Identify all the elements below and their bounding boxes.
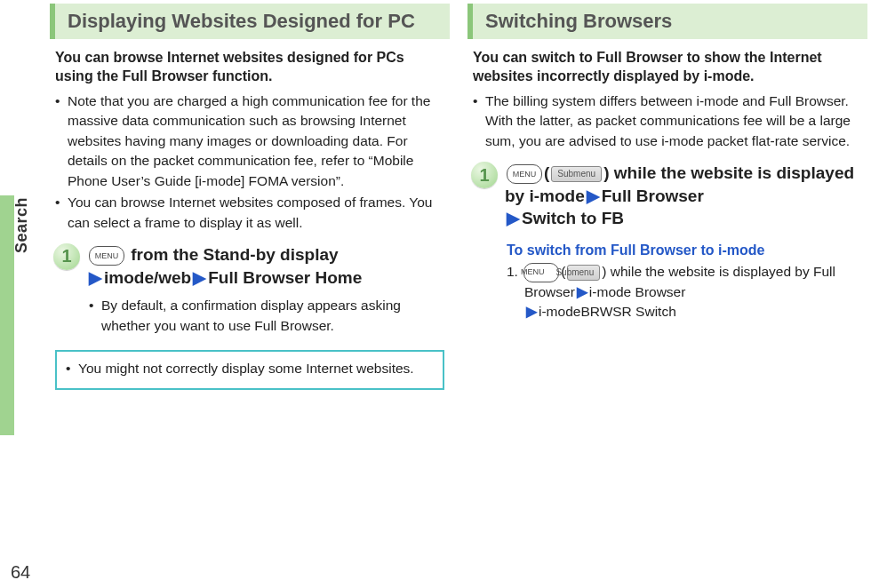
sub-step-prefix: 1.	[507, 264, 522, 279]
step-text-a: from the Stand-by display	[126, 245, 339, 264]
bullet-text: You can browse Internet websites compose…	[68, 193, 444, 233]
arrow-icon: ▶	[526, 304, 537, 319]
left-step: 1 MENU from the Stand-by display ▶imode/…	[53, 243, 446, 289]
step-text-c: Full Browser Home	[208, 268, 362, 287]
step-text-b: imode/web	[104, 268, 191, 287]
step-text-b: Full Browser	[602, 187, 704, 205]
right-column: Switching Browsers You can switch to Ful…	[467, 4, 867, 390]
bullet-text: Note that you are charged a high communi…	[68, 91, 444, 191]
menu-icon: MENU	[507, 164, 542, 184]
sidebar: Search 64	[0, 0, 36, 588]
sub-step: 1. MENU(Submenu) while the website is di…	[507, 262, 862, 322]
info-bullet: • You might not correctly display some I…	[66, 359, 434, 378]
info-text: You might not correctly display some Int…	[78, 359, 414, 378]
left-bullets: • Note that you are charged a high commu…	[55, 91, 444, 233]
sidebar-label: Search	[12, 197, 31, 253]
arrow-icon: ▶	[89, 268, 102, 287]
bullet-dot: •	[473, 91, 485, 151]
arrow-icon: ▶	[507, 209, 520, 227]
info-box: • You might not correctly display some I…	[55, 350, 444, 389]
right-bullets: • The billing system differs between i-m…	[473, 91, 862, 151]
left-step-subbullet: • By default, a confirmation display app…	[89, 296, 444, 336]
sub-heading: To switch from Full Browser to i-mode	[507, 242, 862, 258]
page-number: 64	[11, 562, 30, 583]
step-text-c: Switch to FB	[522, 209, 624, 227]
right-bullet: • The billing system differs between i-m…	[473, 91, 862, 151]
bullet-dot: •	[89, 296, 101, 336]
bullet-text: The billing system differs between i-mod…	[485, 91, 862, 151]
step-body: MENU(Submenu) while the website is displ…	[505, 162, 864, 230]
bullet-dot: •	[55, 91, 68, 191]
section-header-right: Switching Browsers	[467, 4, 867, 39]
step-number-icon: 1	[471, 162, 498, 188]
arrow-icon: ▶	[577, 284, 587, 299]
arrow-icon: ▶	[587, 187, 600, 205]
menu-icon: MENU	[523, 263, 559, 282]
content-columns: Displaying Websites Designed for PC You …	[50, 4, 867, 390]
menu-icon: MENU	[89, 246, 124, 266]
subbullet-text: By default, a confirmation display appea…	[101, 296, 444, 336]
step-body: MENU from the Stand-by display ▶imode/we…	[87, 243, 446, 289]
sub-step-line1: 1. MENU(Submenu) while the website is di…	[507, 262, 862, 302]
arrow-icon: ▶	[193, 268, 206, 287]
section-header-left: Displaying Websites Designed for PC	[50, 4, 450, 39]
submenu-icon: Submenu	[551, 166, 602, 182]
sub-step-text-c: i-modeBRWSR Switch	[539, 304, 676, 319]
left-bullet: • Note that you are charged a high commu…	[55, 91, 444, 191]
left-intro: You can browse Internet websites designe…	[55, 48, 444, 86]
left-bullet: • You can browse Internet websites compo…	[55, 193, 444, 233]
bullet-dot: •	[55, 193, 68, 233]
submenu-icon: Submenu	[567, 265, 600, 281]
bullet-dot: •	[66, 359, 78, 378]
sub-step-text-b: i-mode Browser	[589, 284, 686, 299]
left-column: Displaying Websites Designed for PC You …	[50, 4, 450, 390]
sub-step-line2: ▶i-modeBRWSR Switch	[507, 302, 862, 322]
right-intro: You can switch to Full Browser to show t…	[473, 48, 862, 86]
step-number-icon: 1	[53, 243, 80, 270]
right-step: 1 MENU(Submenu) while the website is dis…	[471, 162, 864, 230]
